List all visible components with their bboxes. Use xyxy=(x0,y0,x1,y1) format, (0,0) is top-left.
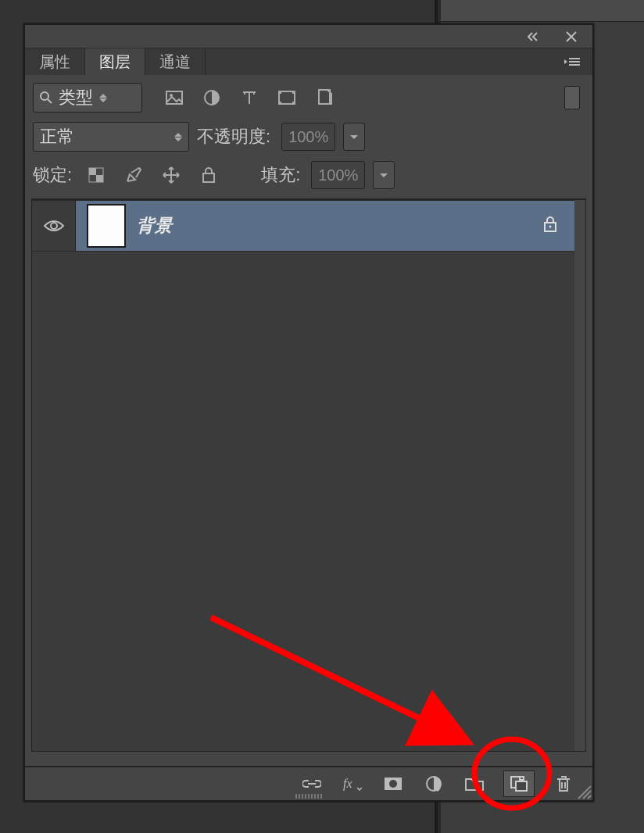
panel-footer: fx xyxy=(25,766,592,800)
svg-point-16 xyxy=(549,226,552,228)
adjustment-layer-icon[interactable] xyxy=(422,772,445,795)
blend-mode-dropdown[interactable]: 正常 xyxy=(33,122,189,152)
text-filter-icon[interactable] xyxy=(236,84,263,111)
fill-label: 填充: xyxy=(261,163,300,187)
blend-mode-label: 正常 xyxy=(40,125,74,148)
svg-rect-9 xyxy=(319,90,330,104)
search-icon xyxy=(40,91,52,104)
filter-kind-label: 类型 xyxy=(59,86,93,109)
filter-icons xyxy=(161,84,338,111)
resize-grip-bottom[interactable] xyxy=(281,794,336,799)
stepper-icon xyxy=(99,94,107,102)
lock-icons-group xyxy=(83,162,222,188)
svg-rect-1 xyxy=(166,91,182,104)
lock-pixels-icon[interactable] xyxy=(120,162,147,188)
delete-layer-icon[interactable] xyxy=(552,772,575,795)
tab-layers[interactable]: 图层 xyxy=(85,48,145,75)
svg-rect-6 xyxy=(292,91,295,94)
panel-header xyxy=(25,25,592,48)
svg-rect-12 xyxy=(96,175,103,182)
layer-effects-icon[interactable]: fx xyxy=(341,772,364,795)
svg-rect-11 xyxy=(89,168,96,175)
new-layer-icon xyxy=(510,776,528,792)
new-layer-button[interactable] xyxy=(503,770,535,797)
opacity-dropdown[interactable] xyxy=(343,123,365,151)
svg-rect-7 xyxy=(278,102,281,105)
filter-kind-dropdown[interactable]: 类型 xyxy=(33,83,142,113)
panel-menu-icon[interactable] xyxy=(560,48,586,75)
lock-position-icon[interactable] xyxy=(158,162,184,188)
svg-point-0 xyxy=(41,92,48,100)
smartobject-filter-icon[interactable] xyxy=(311,84,338,111)
lock-row: 锁定: 填充: 100% xyxy=(25,156,592,194)
svg-rect-8 xyxy=(292,102,295,105)
lock-label: 锁定: xyxy=(33,163,72,187)
svg-rect-5 xyxy=(278,91,281,94)
image-filter-icon[interactable] xyxy=(161,84,188,111)
eye-icon xyxy=(44,219,64,233)
layers-list: 背景 xyxy=(31,198,586,752)
new-group-icon[interactable] xyxy=(463,772,486,795)
lock-indicator-icon[interactable] xyxy=(543,216,557,235)
collapse-icon[interactable] xyxy=(522,23,549,50)
svg-point-14 xyxy=(51,223,57,229)
svg-rect-13 xyxy=(203,173,214,182)
app-background-right-top xyxy=(441,0,644,22)
layers-panel: 属性 图层 通道 类型 xyxy=(23,23,594,802)
blend-row: 正常 不透明度: 100% xyxy=(25,117,592,156)
layer-row[interactable]: 背景 xyxy=(32,200,574,252)
close-icon[interactable] xyxy=(558,23,585,50)
svg-point-19 xyxy=(389,780,397,788)
layer-filter-row: 类型 xyxy=(25,75,592,117)
link-layers-icon[interactable] xyxy=(300,772,324,795)
lock-all-icon[interactable] xyxy=(195,162,222,188)
fill-dropdown[interactable] xyxy=(373,161,395,189)
layer-mask-icon[interactable] xyxy=(381,772,405,795)
layer-name: 背景 xyxy=(137,214,532,238)
opacity-label: 不透明度: xyxy=(197,125,270,148)
svg-rect-22 xyxy=(516,781,527,791)
tab-properties[interactable]: 属性 xyxy=(25,48,85,75)
lock-transparent-icon[interactable] xyxy=(83,162,109,188)
svg-text:fx: fx xyxy=(343,777,352,791)
filter-toggle[interactable] xyxy=(564,86,580,109)
fill-value[interactable]: 100% xyxy=(311,161,365,189)
adjustment-filter-icon[interactable] xyxy=(199,84,225,111)
stepper-icon xyxy=(174,133,182,141)
resize-corner-icon[interactable] xyxy=(574,781,592,800)
shape-filter-icon[interactable] xyxy=(274,84,300,111)
opacity-value[interactable]: 100% xyxy=(281,123,335,151)
tab-channels[interactable]: 通道 xyxy=(145,48,206,75)
visibility-toggle[interactable] xyxy=(32,201,76,251)
panel-tabs: 属性 图层 通道 xyxy=(25,48,592,75)
layer-thumbnail[interactable] xyxy=(87,204,126,248)
